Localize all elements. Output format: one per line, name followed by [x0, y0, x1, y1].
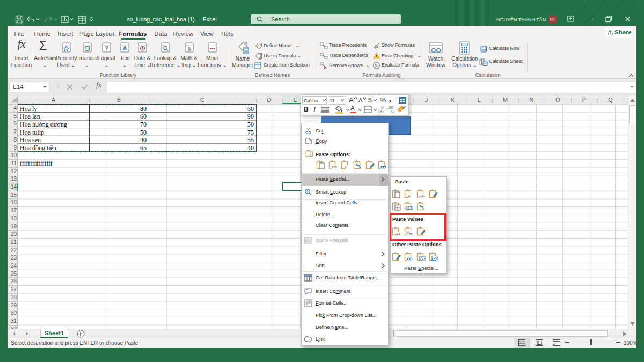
svg-text:123: 123 — [332, 166, 338, 169]
svg-text:A: A — [123, 45, 127, 51]
svg-text:fx: fx — [375, 63, 378, 68]
svg-text:fx: fx — [260, 56, 262, 60]
svg-text:fx: fx — [408, 194, 412, 198]
svg-text:fx: fx — [345, 165, 348, 169]
svg-text:θ: θ — [187, 45, 190, 51]
svg-text:fx: fx — [422, 194, 425, 198]
svg-text:?: ? — [105, 45, 108, 51]
